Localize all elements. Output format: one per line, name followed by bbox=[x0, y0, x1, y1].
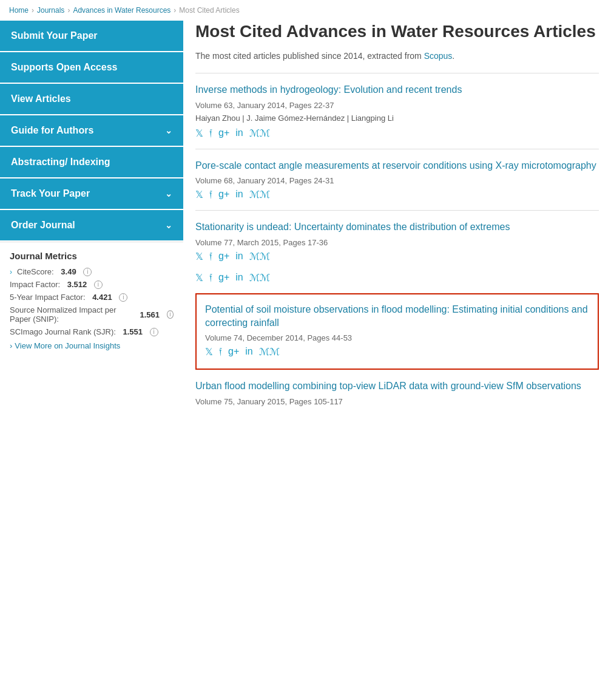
citescore-info-icon[interactable]: i bbox=[83, 268, 92, 276]
extra-social-row: 𝕏 𝔣 g+ in ℳℳ bbox=[195, 272, 599, 284]
article-title-6[interactable]: Urban flood modelling combining top-view… bbox=[195, 379, 599, 393]
scopus-link[interactable]: Scopus bbox=[424, 51, 453, 61]
citescore-metric: › CiteScore: 3.49 i bbox=[10, 267, 174, 276]
main-content: Most Cited Advances in Water Resources A… bbox=[183, 21, 611, 434]
snip-info-icon[interactable]: i bbox=[167, 310, 174, 319]
article-item-2: Pore-scale contact angle measurements at… bbox=[195, 159, 599, 200]
impact-factor-metric: Impact Factor: 3.512 i bbox=[10, 280, 174, 289]
article-meta-3: Volume 77, March 2015, Pages 17-36 bbox=[195, 238, 599, 247]
submit-paper-button[interactable]: Submit Your Paper bbox=[0, 21, 183, 51]
social-icons-5: 𝕏 𝔣 g+ in ℳℳ bbox=[205, 346, 589, 358]
facebook-icon-2[interactable]: 𝔣 bbox=[209, 189, 212, 200]
article-meta-5: Volume 74, December 2014, Pages 44-53 bbox=[205, 333, 589, 342]
mendeley-icon-2[interactable]: ℳℳ bbox=[249, 189, 270, 200]
five-year-value: 4.421 bbox=[92, 293, 112, 302]
sjr-info-icon[interactable]: i bbox=[150, 328, 158, 336]
impact-factor-info-icon[interactable]: i bbox=[94, 280, 103, 289]
snip-metric: Source Normalized Impact per Paper (SNIP… bbox=[10, 305, 174, 324]
mendeley-icon-1[interactable]: ℳℳ bbox=[249, 127, 270, 139]
twitter-icon-5[interactable]: 𝕏 bbox=[205, 346, 213, 358]
track-your-paper-button[interactable]: Track Your Paper ⌄ bbox=[0, 178, 183, 209]
top-divider bbox=[195, 73, 599, 73]
linkedin-icon-5[interactable]: in bbox=[245, 346, 252, 358]
order-journal-button[interactable]: Order Journal ⌄ bbox=[0, 210, 183, 240]
article-item-3: Stationarity is undead: Uncertainty domi… bbox=[195, 220, 599, 262]
linkedin-icon-3[interactable]: in bbox=[235, 251, 243, 262]
social-icons-4: 𝕏 𝔣 g+ in ℳℳ bbox=[195, 272, 599, 284]
impact-factor-value: 3.512 bbox=[67, 280, 87, 289]
five-year-label: 5-Year Impact Factor: bbox=[10, 293, 86, 302]
social-icons-1: 𝕏 𝔣 g+ in ℳℳ bbox=[195, 127, 599, 139]
breadcrumb-home[interactable]: Home bbox=[9, 6, 29, 15]
order-journal-chevron-icon: ⌄ bbox=[165, 220, 172, 230]
snip-label: Source Normalized Impact per Paper (SNIP… bbox=[10, 305, 133, 324]
breadcrumb-journal-name[interactable]: Advances in Water Resources bbox=[73, 6, 170, 15]
breadcrumb-current: Most Cited Articles bbox=[179, 6, 239, 15]
impact-factor-label: Impact Factor: bbox=[10, 280, 60, 289]
abstracting-indexing-button[interactable]: Abstracting/ Indexing bbox=[0, 147, 183, 177]
five-year-metric: 5-Year Impact Factor: 4.421 i bbox=[10, 293, 174, 302]
facebook-icon-3[interactable]: 𝔣 bbox=[209, 251, 212, 262]
article-title-3[interactable]: Stationarity is undead: Uncertainty domi… bbox=[195, 220, 599, 234]
mendeley-icon-4[interactable]: ℳℳ bbox=[249, 272, 270, 284]
supports-open-access-button[interactable]: Supports Open Access bbox=[0, 52, 183, 83]
social-icons-3: 𝕏 𝔣 g+ in ℳℳ bbox=[195, 251, 599, 262]
twitter-icon-1[interactable]: 𝕏 bbox=[195, 127, 203, 139]
citescore-label: CiteScore: bbox=[17, 267, 54, 276]
page-title: Most Cited Advances in Water Resources A… bbox=[195, 21, 599, 42]
view-more-journal-insights-link[interactable]: › View More on Journal Insights bbox=[10, 341, 174, 350]
twitter-icon-3[interactable]: 𝕏 bbox=[195, 251, 203, 262]
five-year-info-icon[interactable]: i bbox=[119, 293, 127, 302]
article-item-6: Urban flood modelling combining top-view… bbox=[195, 379, 599, 406]
article-meta-1: Volume 63, January 2014, Pages 22-37 bbox=[195, 101, 599, 110]
facebook-icon-1[interactable]: 𝔣 bbox=[209, 127, 212, 139]
divider-1 bbox=[195, 149, 599, 149]
citescore-value: 3.49 bbox=[61, 267, 76, 276]
googleplus-icon-2[interactable]: g+ bbox=[218, 189, 229, 200]
guide-for-authors-chevron-icon: ⌄ bbox=[165, 126, 172, 135]
article-item-1: Inverse methods in hydrogeology: Evoluti… bbox=[195, 83, 599, 138]
linkedin-icon-4[interactable]: in bbox=[235, 272, 243, 284]
googleplus-icon-3[interactable]: g+ bbox=[218, 251, 229, 262]
track-your-paper-chevron-icon: ⌄ bbox=[165, 189, 172, 199]
googleplus-icon-4[interactable]: g+ bbox=[218, 272, 229, 284]
journal-metrics-heading: Journal Metrics bbox=[10, 251, 174, 261]
divider-2 bbox=[195, 210, 599, 211]
sjr-value: 1.551 bbox=[123, 327, 143, 336]
mendeley-icon-5[interactable]: ℳℳ bbox=[259, 346, 280, 358]
sjr-label: SCImago Journal Rank (SJR): bbox=[10, 327, 116, 336]
facebook-icon-4[interactable]: 𝔣 bbox=[209, 272, 212, 284]
twitter-icon-4[interactable]: 𝕏 bbox=[195, 272, 203, 284]
googleplus-icon-5[interactable]: g+ bbox=[228, 346, 239, 358]
view-more-chevron-icon: › bbox=[10, 341, 12, 350]
facebook-icon-5[interactable]: 𝔣 bbox=[219, 346, 222, 358]
linkedin-icon-2[interactable]: in bbox=[235, 189, 243, 200]
article-title-2[interactable]: Pore-scale contact angle measurements at… bbox=[195, 159, 599, 172]
view-articles-button[interactable]: View Articles bbox=[0, 84, 183, 114]
guide-for-authors-button[interactable]: Guide for Authors ⌄ bbox=[0, 115, 183, 146]
article-meta-2: Volume 68, January 2014, Pages 24-31 bbox=[195, 176, 599, 185]
article-authors-1: Haiyan Zhou | J. Jaime Gómez-Hernández |… bbox=[195, 114, 599, 123]
article-title-5[interactable]: Potential of soil moisture observations … bbox=[205, 303, 589, 330]
page-description: The most cited articles published since … bbox=[195, 51, 599, 61]
citescore-chevron-icon[interactable]: › bbox=[10, 268, 12, 276]
snip-value: 1.561 bbox=[140, 310, 160, 319]
article-meta-6: Volume 75, January 2015, Pages 105-117 bbox=[195, 397, 599, 406]
article-title-1[interactable]: Inverse methods in hydrogeology: Evoluti… bbox=[195, 83, 599, 97]
social-icons-2: 𝕏 𝔣 g+ in ℳℳ bbox=[195, 189, 599, 200]
sidebar: Submit Your Paper Supports Open Access V… bbox=[0, 21, 183, 434]
linkedin-icon-1[interactable]: in bbox=[235, 127, 243, 139]
article-item-5-highlighted: Potential of soil moisture observations … bbox=[195, 293, 599, 370]
sjr-metric: SCImago Journal Rank (SJR): 1.551 i bbox=[10, 327, 174, 336]
googleplus-icon-1[interactable]: g+ bbox=[218, 127, 229, 139]
journal-metrics-section: Journal Metrics › CiteScore: 3.49 i Impa… bbox=[0, 242, 183, 359]
twitter-icon-2[interactable]: 𝕏 bbox=[195, 189, 203, 200]
breadcrumb-journals[interactable]: Journals bbox=[37, 6, 64, 15]
breadcrumb: Home › Journals › Advances in Water Reso… bbox=[0, 0, 611, 21]
mendeley-icon-3[interactable]: ℳℳ bbox=[249, 251, 270, 262]
